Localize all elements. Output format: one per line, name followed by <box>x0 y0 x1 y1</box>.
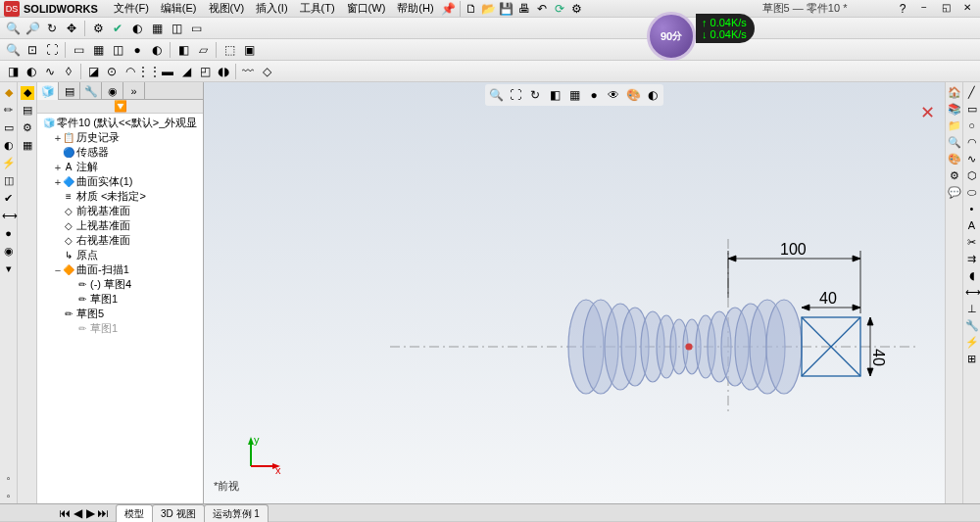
menu-view[interactable]: 视图(V) <box>203 1 251 16</box>
refgeom-icon[interactable]: ◇ <box>258 63 275 80</box>
tree-node[interactable]: ◇右视基准面 <box>39 233 201 248</box>
menu-window[interactable]: 窗口(W) <box>341 1 392 16</box>
cm-icon[interactable]: ⚙ <box>21 121 34 135</box>
wireframe-icon[interactable]: ▦ <box>89 41 107 59</box>
tree-node[interactable]: ✏(-) 草图4 <box>39 277 201 292</box>
tree-node[interactable]: +A注解 <box>39 160 201 174</box>
scroll-prev-icon[interactable]: ◀ <box>72 506 83 520</box>
sk-arc-icon[interactable]: ◠ <box>965 136 979 150</box>
undo-icon[interactable]: ↶ <box>533 0 551 18</box>
sk-text-icon[interactable]: A <box>965 219 979 233</box>
tp-forum-icon[interactable]: 💬 <box>948 186 961 200</box>
rail-sim-icon[interactable]: ◉ <box>2 245 16 259</box>
rail-arrow-icon[interactable]: ▾ <box>2 262 16 276</box>
cut-extrude-icon[interactable]: ◪ <box>84 63 102 80</box>
sk-grid-icon[interactable]: ⊞ <box>965 353 979 366</box>
tree-filter-icon[interactable]: 🔽 <box>37 100 203 114</box>
sk-rect-icon[interactable]: ▭ <box>965 103 979 117</box>
magnify-icon[interactable]: 🔍 <box>4 41 22 59</box>
hud-rotate-icon[interactable]: ↻ <box>526 86 544 104</box>
tree-node[interactable]: −🔶曲面-扫描1 <box>39 262 201 277</box>
check-icon[interactable]: ✔ <box>109 20 126 37</box>
sk-circle-icon[interactable]: ○ <box>965 119 979 133</box>
dimension-40h[interactable]: 40 <box>819 290 837 307</box>
options-icon[interactable]: ⚙ <box>89 20 107 37</box>
pin-icon[interactable]: 📌 <box>440 0 458 18</box>
dimension-40v[interactable]: 40 <box>870 349 887 366</box>
pattern-icon[interactable]: ⋮⋮ <box>140 63 158 80</box>
restore-button[interactable]: ◱ <box>937 2 955 16</box>
scroll-next-icon[interactable]: ▶ <box>84 506 96 520</box>
tree-node[interactable]: +🔷曲面实体(1) <box>39 174 201 189</box>
section-icon[interactable]: ◧ <box>174 41 192 59</box>
rail-sheet-icon[interactable]: ▭ <box>2 121 16 135</box>
rotate-icon[interactable]: ↻ <box>43 20 61 37</box>
rail-dim-icon[interactable]: ⟷ <box>2 210 16 223</box>
performance-badge[interactable]: 90分 <box>647 12 696 61</box>
sk-rel-icon[interactable]: ⊥ <box>965 303 979 316</box>
materials-icon[interactable]: ◐ <box>128 20 146 37</box>
tree-tab-more[interactable]: » <box>123 82 145 100</box>
view-select-icon[interactable]: ▭ <box>70 41 87 59</box>
zoom-icon[interactable]: 🔎 <box>24 20 41 37</box>
hud-view-icon[interactable]: ▦ <box>565 86 583 104</box>
display-icon[interactable]: ▣ <box>240 41 258 59</box>
sk-trim-icon[interactable]: ✂ <box>965 236 979 250</box>
rail-render-icon[interactable]: ● <box>2 227 16 241</box>
sheet-icon[interactable]: ▭ <box>187 20 205 37</box>
print-icon[interactable]: 🖶 <box>515 0 533 18</box>
sk-spline-icon[interactable]: ∿ <box>965 153 979 166</box>
rebuild-icon[interactable]: ⟳ <box>551 0 568 18</box>
open-icon[interactable]: 📂 <box>480 0 498 18</box>
tree-node[interactable]: ◇前视基准面 <box>39 204 201 218</box>
sweep-icon[interactable]: ∿ <box>41 63 59 80</box>
shell-icon[interactable]: ◰ <box>196 63 214 80</box>
curve-icon[interactable]: 〰 <box>239 63 257 80</box>
tp-view-icon[interactable]: 🔍 <box>948 136 961 150</box>
hole-icon[interactable]: ⊙ <box>103 63 121 80</box>
tab-model[interactable]: 模型 <box>116 504 153 522</box>
menu-help[interactable]: 帮助(H) <box>391 1 439 16</box>
hidden-icon[interactable]: ◫ <box>109 41 126 59</box>
minimize-button[interactable]: − <box>915 2 933 16</box>
perspective-icon[interactable]: ▱ <box>194 41 212 59</box>
menu-insert[interactable]: 插入(I) <box>250 1 293 16</box>
select-icon[interactable]: 🔍 <box>4 20 22 37</box>
hud-hide-icon[interactable]: 👁 <box>605 86 622 104</box>
tree-tab-pm[interactable]: ▤ <box>59 82 80 100</box>
tp-lib-icon[interactable]: 📚 <box>948 103 961 117</box>
tree-node[interactable]: 🔵传感器 <box>39 145 201 160</box>
extrude-icon[interactable]: ◨ <box>4 63 22 80</box>
dimension-100[interactable]: 100 <box>780 241 807 258</box>
save-icon[interactable]: 💾 <box>498 0 515 18</box>
tp-fileexp-icon[interactable]: 📁 <box>948 119 961 133</box>
orient-icon[interactable]: ⬚ <box>220 41 238 59</box>
tree-tab-dm[interactable]: ◉ <box>102 82 123 100</box>
zoom-fit-icon[interactable]: ⛶ <box>43 41 61 59</box>
tree-tab-fm[interactable]: 🧊 <box>37 82 59 100</box>
menu-file[interactable]: 文件(F) <box>108 1 155 16</box>
sk-slot-icon[interactable]: ⬭ <box>965 186 979 200</box>
viewport-3d[interactable]: 🔍 ⛶ ↻ ◧ ▦ ● 👁 🎨 ◐ ✕ <box>204 82 945 503</box>
hud-zoomfit-icon[interactable]: ⛶ <box>507 86 524 104</box>
sk-repair-icon[interactable]: 🔧 <box>965 319 979 333</box>
panel-close-icon[interactable]: ✕ <box>920 102 935 123</box>
scroll-first-icon[interactable]: ⏮ <box>59 506 71 520</box>
feature-icon[interactable]: ▦ <box>148 20 166 37</box>
pan-icon[interactable]: ✥ <box>63 20 80 37</box>
rail-sketch-icon[interactable]: ✏ <box>2 104 16 118</box>
rail-more2-icon[interactable]: ◦ <box>2 490 16 503</box>
sk-quick-icon[interactable]: ⚡ <box>965 336 979 350</box>
sk-mirror-icon[interactable]: ◖ <box>965 269 979 283</box>
rail-surf-icon[interactable]: ◐ <box>2 139 16 153</box>
scroll-last-icon[interactable]: ⏭ <box>97 506 109 520</box>
menu-edit[interactable]: 编辑(E) <box>155 1 203 16</box>
loft-icon[interactable]: ◊ <box>60 63 77 80</box>
hud-section-icon[interactable]: ◧ <box>546 86 564 104</box>
rail-weld-icon[interactable]: ⚡ <box>2 157 16 170</box>
tp-appear-icon[interactable]: 🎨 <box>948 153 961 166</box>
sk-point-icon[interactable]: • <box>965 203 979 216</box>
shadows-icon[interactable]: ◐ <box>148 41 166 59</box>
hud-scene-icon[interactable]: 🎨 <box>624 86 642 104</box>
tree-body[interactable]: 🧊零件10 (默认<<默认>_外观显 +📋历史记录🔵传感器+A注解+🔷曲面实体(… <box>37 114 203 503</box>
